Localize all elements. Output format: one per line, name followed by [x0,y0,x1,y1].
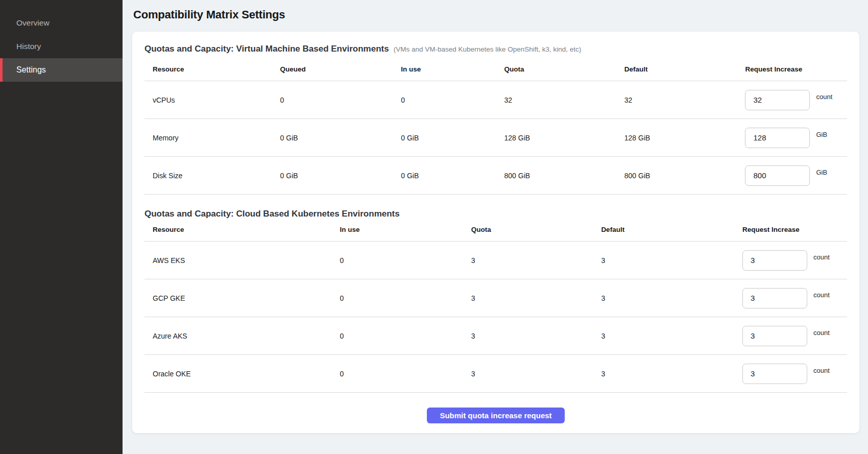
resource-name-cell: Disk Size [144,157,280,195]
main-content: Compatibility Matrix Settings Quotas and… [123,0,868,454]
resource-name-cell: GCP GKE [144,279,340,317]
column-header: Resource [144,54,280,81]
section-heading: Quotas and Capacity: Virtual Machine Bas… [144,44,847,54]
value-cell: 0 GiB [401,157,504,195]
table-row: Disk Size0 GiB0 GiB800 GiB800 GiBGiB [144,157,847,195]
section-title: Quotas and Capacity: Virtual Machine Bas… [144,44,389,54]
value-cell: 0 [340,242,471,279]
value-cell: 0 [280,81,401,119]
request-increase-input[interactable] [742,326,807,346]
column-header: In use [340,219,471,242]
sidebar-item-settings[interactable]: Settings [0,58,123,82]
request-increase-cell: GiB [745,157,847,195]
request-increase-input[interactable] [742,288,807,308]
request-increase-control: count [742,250,847,271]
request-increase-control: GiB [745,128,847,148]
value-cell: 0 [340,355,471,393]
unit-label: count [813,253,830,261]
request-increase-input[interactable] [742,364,807,384]
request-increase-input[interactable] [745,90,810,110]
request-increase-control: count [742,288,847,308]
header-row: ResourceQueuedIn useQuotaDefaultRequest … [144,54,847,81]
value-cell: 3 [601,317,742,355]
header-row: ResourceIn useQuotaDefaultRequest Increa… [144,219,847,242]
value-cell: 800 GiB [624,157,745,195]
resource-name-cell: Azure AKS [144,317,340,355]
value-cell: 32 [504,81,624,119]
column-header: Queued [280,54,401,81]
sidebar-item-overview[interactable]: Overview [0,11,123,35]
request-increase-control: count [745,90,847,110]
quota-table: ResourceQueuedIn useQuotaDefaultRequest … [144,54,847,195]
quota-section: Quotas and Capacity: Cloud Based Kuberne… [144,209,847,393]
request-increase-cell: count [742,279,847,317]
request-increase-cell: count [742,317,847,355]
column-header: Resource [144,219,340,242]
request-increase-cell: GiB [745,119,847,157]
value-cell: 128 GiB [504,119,624,157]
page-title: Compatibility Matrix Settings [133,8,868,21]
unit-label: count [813,291,830,299]
value-cell: 3 [601,279,742,317]
request-increase-control: count [742,364,847,384]
value-cell: 0 GiB [280,157,401,195]
request-increase-input[interactable] [742,250,807,271]
value-cell: 0 [340,317,471,355]
value-cell: 800 GiB [504,157,624,195]
unit-label: GiB [816,169,827,176]
resource-name-cell: vCPUs [144,81,280,119]
value-cell: 3 [601,355,742,393]
submit-quota-increase-button[interactable]: Submit quota increase request [427,408,564,423]
submit-row: Submit quota increase request [144,408,847,423]
column-header: Quota [471,219,601,242]
request-increase-cell: count [742,242,847,279]
section-heading: Quotas and Capacity: Cloud Based Kuberne… [144,209,847,219]
column-header: Quota [504,54,624,81]
table-row: Memory0 GiB0 GiB128 GiB128 GiBGiB [144,119,847,157]
value-cell: 0 [340,279,471,317]
unit-label: count [813,329,830,337]
resource-name-cell: AWS EKS [144,242,340,279]
request-increase-input[interactable] [745,128,810,148]
sidebar: OverviewHistorySettings [0,0,123,454]
quota-section: Quotas and Capacity: Virtual Machine Bas… [144,44,847,195]
section-subtitle: (VMs and VM-based Kubernetes like OpenSh… [394,45,582,53]
table-row: vCPUs003232count [144,81,847,119]
sidebar-item-history[interactable]: History [0,35,123,58]
column-header: Request Increase [745,54,847,81]
column-header: In use [401,54,504,81]
value-cell: 32 [624,81,745,119]
value-cell: 128 GiB [624,119,745,157]
value-cell: 0 [401,81,504,119]
column-header: Request Increase [742,219,847,242]
value-cell: 0 GiB [401,119,504,157]
settings-card: Quotas and Capacity: Virtual Machine Bas… [132,31,860,434]
value-cell: 3 [471,279,601,317]
table-row: Oracle OKE033count [144,355,847,393]
table-row: GCP GKE033count [144,279,847,317]
resource-name-cell: Oracle OKE [144,355,340,393]
value-cell: 0 GiB [280,119,401,157]
request-increase-cell: count [742,355,847,393]
request-increase-input[interactable] [745,165,810,186]
quota-table: ResourceIn useQuotaDefaultRequest Increa… [144,219,847,393]
unit-label: GiB [816,131,827,138]
table-row: Azure AKS033count [144,317,847,355]
column-header: Default [601,219,742,242]
request-increase-control: count [742,326,847,346]
app-window: OverviewHistorySettings Compatibility Ma… [0,0,868,454]
section-title: Quotas and Capacity: Cloud Based Kuberne… [144,209,400,219]
resource-name-cell: Memory [144,119,280,157]
request-increase-control: GiB [745,165,847,186]
value-cell: 3 [471,242,601,279]
unit-label: count [813,367,830,374]
value-cell: 3 [471,355,601,393]
column-header: Default [624,54,745,81]
unit-label: count [816,93,832,101]
value-cell: 3 [601,242,742,279]
table-row: AWS EKS033count [144,242,847,279]
value-cell: 3 [471,317,601,355]
request-increase-cell: count [745,81,847,119]
